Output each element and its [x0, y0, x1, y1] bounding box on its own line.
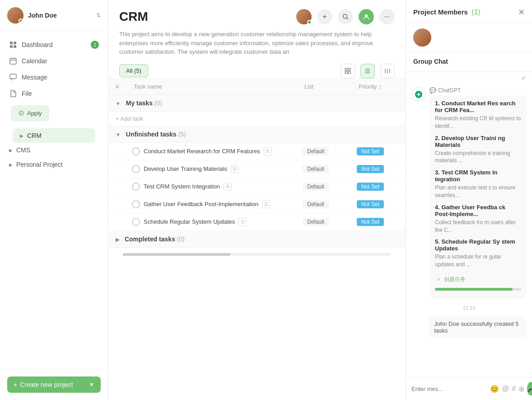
task-list: Default [297, 160, 351, 178]
my-tasks-toggle[interactable]: ▼ [116, 101, 121, 106]
task-title: 2. Develop User Traini ng Materials [435, 135, 521, 148]
task-list-message: 1. Conduct Market Res earch for CRM Fea.… [429, 95, 527, 299]
task-desc: Plan and execute test s to ensure seamle… [435, 184, 521, 199]
sidebar-item-cms[interactable]: ▶ CMS [9, 143, 99, 157]
more-options-button[interactable]: ··· [379, 9, 395, 24]
task-priority: Not Set [351, 178, 406, 195]
task-priority: Not Set [351, 160, 406, 178]
create-project-button[interactable]: + Create new project ▼ [7, 376, 101, 393]
task-name: Test CRM System Integration [144, 183, 220, 190]
project-member-avatar[interactable] [296, 9, 312, 24]
creating-tasks-indicator: ✓ 创建任务 [435, 273, 521, 286]
task-checkbox[interactable] [132, 200, 140, 208]
add-member-button[interactable]: + [317, 9, 332, 24]
priority-badge: Not Set [357, 200, 384, 208]
chatgpt-name: ChatGPT [438, 87, 461, 94]
apply-button[interactable]: ⚙ Apply [11, 105, 49, 121]
sort-icon: ↕ [378, 83, 382, 90]
task-details-icon[interactable]: ☰ [262, 200, 270, 208]
view-kanban-button[interactable] [380, 64, 395, 78]
sidebar-nav: Dashboard 2 Calendar Message File ⚙ Ap [0, 31, 108, 369]
avatar [7, 7, 23, 24]
task-details-icon[interactable]: ☰ [264, 147, 272, 155]
task-details-icon[interactable]: ☰ [238, 218, 247, 226]
completed-tasks-toggle[interactable]: ▶ [116, 237, 119, 242]
project-title-row: CRM + ··· [119, 9, 395, 24]
active-user-button[interactable] [359, 9, 374, 24]
task-title: 3. Test CRM System In tegration [435, 169, 521, 183]
section-unfinished-tasks: ▼ Unfinished tasks (5) [108, 126, 406, 142]
task-checkbox[interactable] [132, 183, 140, 191]
task-num [108, 142, 126, 160]
cms-arrow-icon: ▶ [9, 148, 13, 153]
list-tag: Default [303, 165, 329, 173]
sidebar-item-crm[interactable]: ▶ CRM [13, 128, 95, 143]
unfinished-tasks-toggle[interactable]: ▼ [116, 132, 121, 137]
emoji-button[interactable]: 😊 [490, 382, 499, 395]
sidebar-item-file[interactable]: File [0, 85, 108, 102]
task-name-cell[interactable]: Test CRM System Integration ☰ [126, 178, 297, 195]
main-content: CRM + ··· This project aims to develop a… [108, 0, 406, 400]
view-list-button[interactable] [360, 64, 375, 78]
svg-line-10 [347, 18, 349, 20]
hashtag-button[interactable]: # [512, 382, 516, 395]
tab-all[interactable]: All (5) [119, 64, 148, 77]
task-list: Default [297, 195, 351, 213]
mention-button[interactable]: @ [502, 382, 509, 395]
list-tag: Default [303, 147, 329, 155]
dashboard-icon [9, 41, 17, 49]
cms-label: CMS [16, 146, 30, 154]
check-icon: ✓ [437, 276, 441, 282]
table-row: Gather User Feedback Post-Implementation… [108, 195, 406, 213]
send-button[interactable]: 🎤 [527, 382, 532, 395]
dashboard-badge: 2 [91, 41, 99, 49]
group-chat-header: Group Chat [406, 52, 532, 72]
project-description: This project aims to develop a new gener… [119, 30, 390, 56]
task-priority: Not Set [351, 142, 406, 160]
message-icon [9, 73, 17, 81]
task-checkbox[interactable] [132, 165, 140, 173]
horizontal-scrollbar[interactable] [123, 253, 391, 256]
user-profile[interactable]: John Doe [7, 7, 57, 24]
task-details-icon[interactable]: ☰ [231, 165, 239, 173]
sidebar-item-personal[interactable]: ▶ Personal Project [9, 157, 99, 172]
view-grid-button[interactable] [341, 64, 355, 78]
page-title: CRM [119, 9, 148, 24]
task-name-cell[interactable]: Gather User Feedback Post-Implementation… [126, 195, 297, 213]
col-header-priority[interactable]: Priority ↕ [351, 79, 406, 95]
success-message: John Doe successfully created 5 tasks [429, 317, 527, 338]
task-name-cell[interactable]: Conduct Market Research for CRM Features… [126, 142, 297, 160]
sidebar: John Doe ⇅ Dashboard 2 Calendar Message [0, 0, 108, 400]
task-list: Default [297, 142, 351, 160]
chat-input[interactable] [411, 386, 487, 392]
calendar-icon [9, 57, 17, 65]
apply-label: Apply [27, 110, 42, 117]
add-task-row-my[interactable]: + Add task [108, 111, 406, 126]
sidebar-item-message[interactable]: Message [0, 69, 108, 85]
user-menu-toggle[interactable]: ⇅ [96, 12, 101, 19]
priority-badge: Not Set [357, 218, 384, 226]
chatgpt-label: 💬 ChatGPT [429, 87, 527, 94]
online-indicator [19, 19, 23, 23]
task-num [108, 178, 126, 195]
task-checkbox[interactable] [132, 218, 140, 226]
chat-status-icon: ✓ [521, 74, 527, 81]
member-avatar[interactable] [413, 28, 431, 47]
chatgpt-avatar [411, 87, 426, 102]
close-panel-button[interactable]: ✕ [518, 7, 525, 17]
sidebar-item-dashboard[interactable]: Dashboard 2 [0, 37, 108, 53]
task-name-cell[interactable]: Develop User Training Materials ☰ [126, 160, 297, 178]
sidebar-item-calendar[interactable]: Calendar [0, 53, 108, 69]
project-header: CRM + ··· This project aims to develop a… [108, 0, 406, 79]
task-details-icon[interactable]: ☰ [224, 183, 232, 191]
chat-area: ✓ 💬 ChatGPT 1. Conduct Market Res earch … [406, 72, 532, 377]
attach-button[interactable]: ⊕ [518, 382, 524, 395]
create-project-label: Create new project [20, 381, 73, 388]
task-checkbox[interactable] [132, 147, 140, 155]
completed-tasks-count: (0) [177, 235, 185, 243]
crm-arrow-icon: ▶ [20, 133, 23, 138]
table-row: Schedule Regular System Updates ☰ Defaul… [108, 213, 406, 231]
search-button[interactable] [338, 9, 353, 24]
apply-icon: ⚙ [18, 109, 24, 118]
task-name-cell[interactable]: Schedule Regular System Updates ☰ [126, 213, 297, 231]
